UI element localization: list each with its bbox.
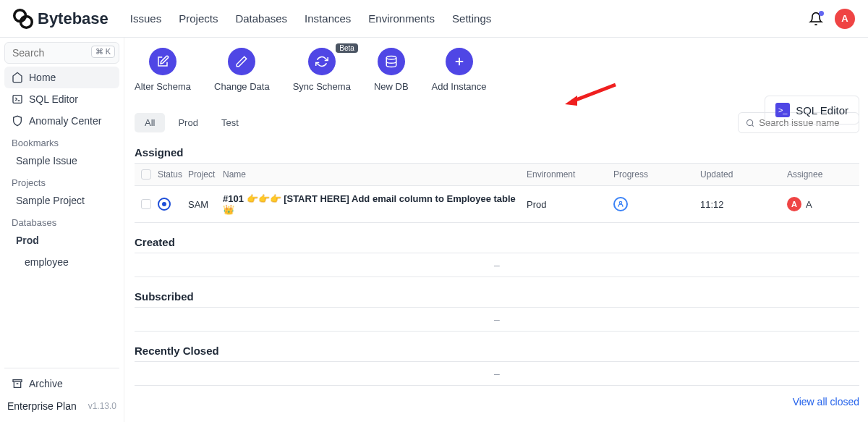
nav-instances[interactable]: Instances	[305, 12, 351, 25]
tab-all[interactable]: All	[135, 113, 165, 132]
top-nav: Issues Projects Databases Instances Envi…	[130, 12, 491, 25]
plus-icon	[453, 55, 466, 68]
sidebar-item-bookmark[interactable]: Sample Issue	[4, 150, 119, 172]
version-label: v1.13.0	[88, 401, 116, 411]
sidebar: ⌘ K Home SQL Editor Anomaly Center Bookm…	[0, 38, 124, 422]
nav-settings[interactable]: Settings	[452, 12, 491, 25]
table-row[interactable]: SAM #101 👉👉👉 [START HERE] Add email colu…	[135, 186, 859, 223]
app-header: Bytebase Issues Projects Databases Insta…	[0, 0, 868, 38]
sidebar-label-databases: Databases	[4, 211, 119, 229]
plan-info: Enterprise Plan v1.13.0	[4, 394, 119, 418]
col-updated: Updated	[700, 169, 787, 180]
progress-icon	[613, 197, 628, 211]
notification-dot	[819, 11, 824, 16]
sidebar-item-archive[interactable]: Archive	[4, 373, 119, 394]
tab-test[interactable]: Test	[211, 113, 249, 132]
svg-point-5	[747, 119, 753, 125]
nav-environments[interactable]: Environments	[368, 12, 435, 25]
row-project: SAM	[188, 199, 223, 210]
nav-databases[interactable]: Databases	[235, 12, 287, 25]
row-issue-name: #101 👉👉👉 [START HERE] Add email column t…	[223, 193, 527, 215]
search-icon	[746, 118, 754, 128]
action-change-data[interactable]: Change Data	[214, 48, 270, 92]
action-add-instance[interactable]: Add Instance	[432, 48, 487, 92]
brand-name: Bytebase	[38, 9, 109, 28]
sidebar-item-label: Anomaly Center	[29, 115, 101, 127]
sidebar-label-bookmarks: Bookmarks	[4, 132, 119, 150]
empty-row: –	[135, 361, 859, 386]
shield-icon	[12, 115, 23, 127]
col-progress: Progress	[613, 169, 700, 180]
col-assignee: Assignee	[787, 169, 859, 180]
col-name: Name	[223, 169, 527, 180]
pencil-icon	[235, 55, 248, 68]
empty-row: –	[135, 253, 859, 277]
home-icon	[12, 72, 23, 83]
action-sync-schema[interactable]: Beta Sync Schema	[293, 48, 351, 92]
terminal-icon	[12, 93, 23, 105]
sidebar-search[interactable]: ⌘ K	[4, 42, 119, 64]
view-all-closed-link[interactable]: View all closed	[135, 396, 859, 408]
row-checkbox[interactable]	[141, 199, 151, 209]
assignee-avatar: A	[787, 197, 801, 211]
brand-logo[interactable]: Bytebase	[13, 9, 109, 29]
archive-icon	[12, 378, 23, 389]
filter-row: All Prod Test	[135, 112, 859, 133]
main-content: Alter Schema Change Data Beta Sync Schem…	[124, 38, 868, 422]
sidebar-item-label: Archive	[29, 378, 63, 389]
sidebar-item-database[interactable]: employee	[4, 251, 119, 273]
edit-icon	[156, 55, 169, 68]
svg-point-4	[386, 56, 396, 60]
sidebar-label-projects: Projects	[4, 172, 119, 190]
quick-actions: Alter Schema Change Data Beta Sync Schem…	[135, 48, 859, 92]
tab-prod[interactable]: Prod	[168, 113, 208, 132]
status-open-icon	[158, 198, 171, 211]
col-environment: Environment	[527, 169, 613, 180]
section-created-title: Created	[135, 236, 859, 248]
col-status: Status	[158, 169, 188, 180]
col-project: Project	[188, 169, 223, 180]
sidebar-item-label: Home	[29, 72, 56, 83]
search-shortcut: ⌘ K	[91, 46, 115, 58]
terminal-icon: >_	[775, 103, 790, 117]
beta-badge: Beta	[336, 43, 358, 53]
action-new-db[interactable]: New DB	[374, 48, 409, 92]
user-avatar[interactable]: A	[835, 9, 855, 29]
sidebar-item-home[interactable]: Home	[4, 67, 119, 88]
empty-row: –	[135, 307, 859, 332]
sql-editor-button[interactable]: >_ SQL Editor	[765, 96, 859, 125]
row-environment: Prod	[527, 199, 613, 210]
sidebar-item-project[interactable]: Sample Project	[4, 190, 119, 211]
section-recently-closed-title: Recently Closed	[135, 345, 859, 357]
svg-rect-3	[13, 380, 22, 382]
table-header: Status Project Name Environment Progress…	[135, 163, 859, 186]
bytebase-logo-icon	[13, 9, 33, 29]
row-assignee: A A	[787, 197, 859, 211]
sidebar-item-anomaly-center[interactable]: Anomaly Center	[4, 110, 119, 132]
action-alter-schema[interactable]: Alter Schema	[135, 48, 191, 92]
database-icon	[385, 55, 398, 68]
select-all-checkbox[interactable]	[141, 169, 151, 180]
nav-issues[interactable]: Issues	[130, 12, 161, 25]
section-assigned-title: Assigned	[135, 146, 859, 159]
sync-icon	[315, 55, 328, 68]
notifications-button[interactable]	[809, 12, 823, 26]
row-updated: 11:12	[700, 199, 787, 210]
svg-point-6	[619, 201, 621, 203]
sidebar-item-label: SQL Editor	[29, 93, 78, 105]
section-subscribed-title: Subscribed	[135, 290, 859, 303]
nav-projects[interactable]: Projects	[179, 12, 218, 25]
sidebar-item-database-env[interactable]: Prod	[4, 229, 119, 251]
plan-name: Enterprise Plan	[7, 400, 77, 412]
sidebar-item-sql-editor[interactable]: SQL Editor	[4, 88, 119, 110]
